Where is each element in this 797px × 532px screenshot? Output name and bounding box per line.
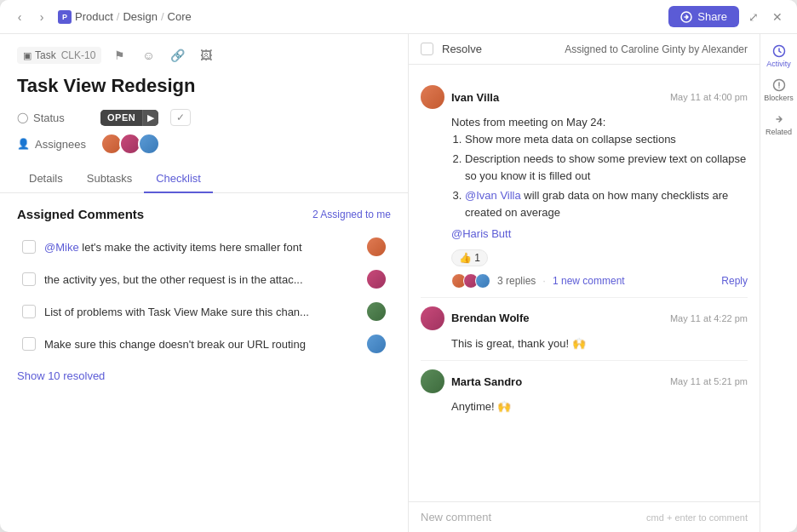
- list-item-1: Show more meta data on collapse sections: [465, 131, 748, 148]
- tab-checklist[interactable]: Checklist: [144, 165, 213, 193]
- checklist-content: Assigned Comments 2 Assigned to me @Mike…: [0, 193, 408, 532]
- ivan-list: Show more meta data on collapse sections…: [451, 131, 748, 221]
- thread-meta: 3 replies · 1 new comment Reply: [421, 273, 748, 289]
- marta-body: Anytime! 🙌: [421, 398, 748, 415]
- share-button[interactable]: Share: [668, 6, 739, 27]
- assigned-badge[interactable]: 2 Assigned to me: [312, 209, 391, 220]
- link-button[interactable]: 🔗: [166, 44, 188, 66]
- brendan-avatar: [421, 306, 444, 330]
- breadcrumb-core[interactable]: Core: [168, 10, 192, 23]
- breadcrumb-product[interactable]: Product: [75, 10, 113, 23]
- activity-icon: [772, 44, 786, 58]
- related-label: Related: [765, 128, 792, 136]
- assignees-label: 👤 Assignees: [17, 138, 94, 151]
- reply-link[interactable]: Reply: [721, 275, 748, 287]
- thread-new-comment[interactable]: 1 new comment: [553, 275, 625, 287]
- breadcrumb-sep-1: /: [117, 10, 120, 23]
- close-button[interactable]: ✕: [768, 8, 787, 26]
- back-button[interactable]: ‹: [10, 8, 29, 26]
- ivan-body: Notes from meeting on May 24: Show more …: [421, 114, 748, 243]
- tab-subtasks[interactable]: Subtasks: [75, 165, 144, 193]
- show-resolved-link[interactable]: Show 10 resolved: [17, 369, 391, 382]
- status-badge[interactable]: OPEN ▶: [100, 110, 158, 126]
- checklist-item[interactable]: @Mike let's make the activity items here…: [17, 232, 391, 262]
- marta-author: Marta Sandro: [451, 375, 522, 388]
- resolve-checkbox[interactable]: [421, 43, 433, 55]
- comment-header-marta: Marta Sandro May 11 at 5:21 pm: [421, 369, 748, 393]
- brendan-body: This is great, thank you! 🙌: [421, 335, 748, 352]
- tab-details[interactable]: Details: [17, 165, 75, 193]
- thumbsup-reaction[interactable]: 👍 1: [451, 249, 488, 266]
- thread-avatar-3: [475, 273, 490, 289]
- comment-header-ivan: Ivan Villa May 11 at 4:00 pm: [421, 85, 748, 109]
- related-icon: [772, 112, 786, 126]
- breadcrumb-design[interactable]: Design: [123, 10, 157, 23]
- task-id: CLK-10: [61, 49, 96, 61]
- blockers-icon: [772, 78, 786, 92]
- related-sidebar-button[interactable]: Related: [764, 109, 794, 140]
- titlebar: ‹ › P Product / Design / Core Share ⤢ ✕: [0, 0, 797, 34]
- checklist-items: @Mike let's make the activity items here…: [17, 232, 391, 359]
- status-arrow: ▶: [142, 110, 158, 126]
- task-header: ▣ Task CLK-10 ⚑ ☺ 🔗 🖼 Task View Redesign: [0, 34, 408, 165]
- right-layout: Resolve Assigned to Caroline Ginty by Al…: [409, 34, 797, 532]
- blockers-label: Blockers: [764, 94, 794, 102]
- status-check-button[interactable]: ✓: [170, 109, 191, 126]
- brendan-author: Brendan Wolfe: [451, 312, 530, 324]
- item-text-3: List of problems with Task View Make sur…: [44, 306, 358, 318]
- flag-button[interactable]: ⚑: [108, 44, 130, 66]
- comment-header-brendan: Brendan Wolfe May 11 at 4:22 pm: [421, 306, 748, 330]
- resolve-bar: Resolve Assigned to Caroline Ginty by Al…: [409, 34, 760, 65]
- section-header: Assigned Comments 2 Assigned to me: [17, 207, 391, 221]
- nav-buttons: ‹ ›: [10, 8, 51, 26]
- check-box-1[interactable]: [22, 240, 36, 254]
- check-box-4[interactable]: [22, 337, 36, 351]
- brendan-text: This is great, thank you! 🙌: [451, 337, 586, 350]
- comment-panel: Resolve Assigned to Caroline Ginty by Al…: [409, 34, 760, 532]
- forward-button[interactable]: ›: [32, 8, 51, 26]
- item-text-1: @Mike let's make the activity items here…: [44, 241, 358, 254]
- item-avatar-1: [367, 237, 386, 256]
- item-avatar-3: [367, 302, 386, 321]
- app-icon: P: [58, 10, 72, 24]
- list-item-3: @Ivan Villa will grab data on how many c…: [465, 187, 748, 220]
- reaction-bar: 👍 1: [421, 249, 748, 266]
- assignees-field: 👤 Assignees: [17, 133, 391, 155]
- titlebar-actions: Share ⤢ ✕: [668, 6, 787, 27]
- blockers-sidebar-button[interactable]: Blockers: [764, 75, 794, 106]
- main-layout: ▣ Task CLK-10 ⚑ ☺ 🔗 🖼 Task View Redesign: [0, 34, 797, 532]
- item-text-2: the activity yes, but the other request …: [44, 273, 358, 286]
- comment-shortcut: cmd + enter to comment: [646, 512, 748, 523]
- comment-item-brendan: Brendan Wolfe May 11 at 4:22 pm This is …: [421, 298, 748, 362]
- breadcrumb: P Product / Design / Core: [58, 10, 192, 24]
- task-meta-bar: ▣ Task CLK-10 ⚑ ☺ 🔗 🖼: [17, 44, 391, 66]
- task-icon: ▣: [23, 50, 32, 61]
- emoji-button[interactable]: ☺: [137, 44, 159, 66]
- assignees-list: [100, 133, 160, 155]
- status-icon: ◯: [17, 112, 28, 123]
- assigned-info: Assigned to Caroline Ginty by Alexander: [565, 43, 748, 55]
- task-fields: ◯ Status OPEN ▶ ✓ 👤 Assignees: [17, 109, 391, 155]
- status-label: ◯ Status: [17, 112, 94, 124]
- checklist-item[interactable]: Make sure this change doesn't break our …: [17, 329, 391, 359]
- expand-button[interactable]: ⤢: [744, 8, 763, 26]
- tabs: Details Subtasks Checklist: [0, 165, 408, 193]
- activity-sidebar-button[interactable]: Activity: [764, 41, 794, 72]
- comment-input[interactable]: [421, 511, 639, 523]
- brendan-time: May 11 at 4:22 pm: [670, 313, 748, 323]
- task-type-badge: ▣ Task CLK-10: [17, 47, 101, 64]
- image-button[interactable]: 🖼: [195, 44, 217, 66]
- marta-avatar: [421, 369, 444, 393]
- list-item-2: Description needs to show some preview t…: [465, 151, 748, 184]
- checklist-item[interactable]: List of problems with Task View Make sur…: [17, 296, 391, 327]
- section-title: Assigned Comments: [17, 207, 144, 221]
- marta-time: May 11 at 5:21 pm: [670, 376, 748, 386]
- thread-avatars: [451, 273, 490, 289]
- avatar-3: [138, 133, 160, 155]
- comments-list: Ivan Villa May 11 at 4:00 pm Notes from …: [409, 65, 760, 501]
- checklist-item[interactable]: the activity yes, but the other request …: [17, 264, 391, 295]
- check-box-3[interactable]: [22, 305, 36, 318]
- ivan-tag[interactable]: @Haris Butt: [451, 226, 748, 243]
- thread-replies[interactable]: 3 replies: [497, 275, 536, 287]
- check-box-2[interactable]: [22, 272, 36, 286]
